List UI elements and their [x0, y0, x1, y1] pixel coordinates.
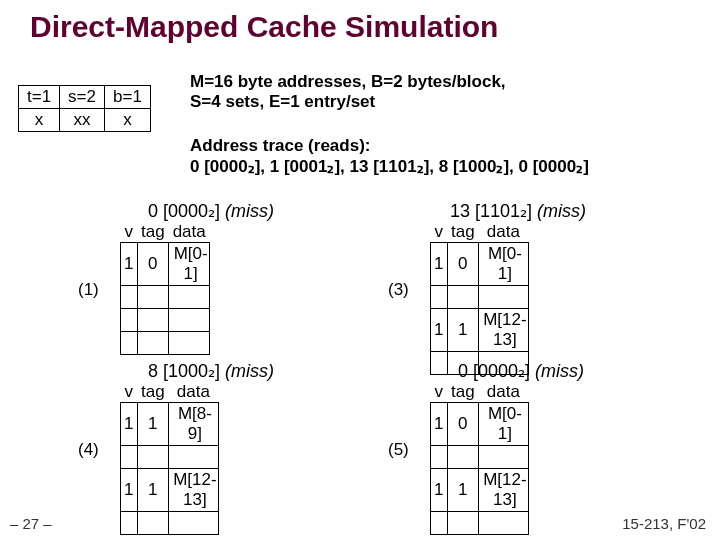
s5r3t [447, 512, 479, 535]
hdr-data: data [169, 382, 218, 403]
s3r2v: 1 [431, 309, 448, 352]
s5r2d: M[12-13] [479, 469, 528, 512]
s4r2v: 1 [121, 469, 138, 512]
s4r3t [137, 512, 169, 535]
s4r2t: 1 [137, 469, 169, 512]
s5r1t [447, 446, 479, 469]
step5-miss: (miss) [535, 361, 584, 381]
step4-table: v tag data 11M[8-9] 11M[12-13] [120, 382, 219, 535]
step3-title: 13 [1101₂] (miss) [450, 200, 586, 222]
hdr-v: v [431, 382, 448, 403]
s1r0v: 1 [121, 243, 138, 286]
hdr-v: v [431, 222, 448, 243]
bits-t-header: t=1 [19, 86, 60, 109]
s1r2t [137, 309, 169, 332]
step3-miss: (miss) [537, 201, 586, 221]
step4-title: 8 [1000₂] (miss) [148, 360, 274, 382]
step5-addr: 0 [0000₂] [458, 361, 530, 381]
s1r0t: 0 [137, 243, 169, 286]
course-tag: 15-213, F'02 [622, 515, 706, 532]
step1-table: v tag data 10M[0-1] [120, 222, 210, 355]
bit-fields-table: t=1 s=2 b=1 x xx x [18, 85, 151, 132]
step3-number: (3) [388, 280, 409, 300]
step4-number: (4) [78, 440, 99, 460]
step3-table: v tag data 10M[0-1] 11M[12-13] [430, 222, 529, 375]
hdr-v: v [121, 382, 138, 403]
hdr-tag: tag [137, 382, 169, 403]
s4r0v: 1 [121, 403, 138, 446]
s4r3v [121, 512, 138, 535]
cache-params: M=16 byte addresses, B=2 bytes/block, S=… [190, 72, 506, 113]
slide-number: – 27 – [10, 515, 52, 532]
hdr-data: data [479, 222, 528, 243]
s5r0d: M[0-1] [479, 403, 528, 446]
s5r1v [431, 446, 448, 469]
hdr-v: v [121, 222, 138, 243]
s3r1t [447, 286, 479, 309]
hdr-tag: tag [447, 382, 479, 403]
page-title: Direct-Mapped Cache Simulation [30, 10, 498, 44]
s5r0v: 1 [431, 403, 448, 446]
s4r1t [137, 446, 169, 469]
hdr-data: data [169, 222, 210, 243]
step1-addr: 0 [0000₂] [148, 201, 220, 221]
hdr-data: data [479, 382, 528, 403]
bits-t-value: x [19, 109, 60, 132]
s4r1v [121, 446, 138, 469]
s1r1t [137, 286, 169, 309]
s1r1d [169, 286, 210, 309]
s5r3d [479, 512, 528, 535]
s5r0t: 0 [447, 403, 479, 446]
s3r0d: M[0-1] [479, 243, 528, 286]
s1r1v [121, 286, 138, 309]
trace-list: 0 [0000₂], 1 [0001₂], 13 [1101₂], 8 [100… [190, 157, 589, 176]
s1r2d [169, 309, 210, 332]
s3r0v: 1 [431, 243, 448, 286]
s3r1v [431, 286, 448, 309]
s3r2d: M[12-13] [479, 309, 528, 352]
step5-title: 0 [0000₂] (miss) [458, 360, 584, 382]
s5r3v [431, 512, 448, 535]
step5-number: (5) [388, 440, 409, 460]
s4r2d: M[12-13] [169, 469, 218, 512]
hdr-tag: tag [447, 222, 479, 243]
s1r2v [121, 309, 138, 332]
s4r0d: M[8-9] [169, 403, 218, 446]
params-line1: M=16 byte addresses, B=2 bytes/block, [190, 72, 506, 91]
s3r2t: 1 [447, 309, 479, 352]
s3r0t: 0 [447, 243, 479, 286]
s5r1d [479, 446, 528, 469]
s3r1d [479, 286, 528, 309]
bits-b-header: b=1 [105, 86, 151, 109]
params-line2: S=4 sets, E=1 entry/set [190, 92, 375, 111]
step1-miss: (miss) [225, 201, 274, 221]
step3-addr: 13 [1101₂] [450, 201, 532, 221]
s3r3v [431, 352, 448, 375]
bits-b-value: x [105, 109, 151, 132]
s5r2v: 1 [431, 469, 448, 512]
bits-s-value: xx [60, 109, 105, 132]
s1r3t [137, 332, 169, 355]
step1-number: (1) [78, 280, 99, 300]
step4-addr: 8 [1000₂] [148, 361, 220, 381]
hdr-tag: tag [137, 222, 169, 243]
address-trace: Address trace (reads): 0 [0000₂], 1 [000… [190, 135, 589, 178]
step5-table: v tag data 10M[0-1] 11M[12-13] [430, 382, 529, 535]
s1r3d [169, 332, 210, 355]
s4r1d [169, 446, 218, 469]
step4-miss: (miss) [225, 361, 274, 381]
trace-heading: Address trace (reads): [190, 136, 370, 155]
step1-title: 0 [0000₂] (miss) [148, 200, 274, 222]
s4r3d [169, 512, 218, 535]
bits-s-header: s=2 [60, 86, 105, 109]
s1r0d: M[0-1] [169, 243, 210, 286]
s4r0t: 1 [137, 403, 169, 446]
s5r2t: 1 [447, 469, 479, 512]
s1r3v [121, 332, 138, 355]
